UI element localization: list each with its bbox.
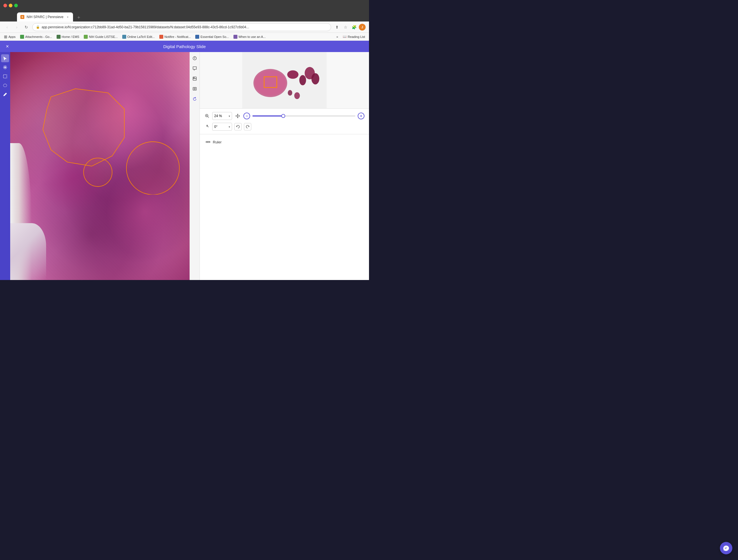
left-toolbar	[0, 52, 10, 280]
rotate-cw-button[interactable]	[244, 123, 251, 130]
bookmark-attachments-label: Attachments - Go...	[25, 35, 52, 38]
apps-grid-icon: ⊞	[4, 34, 7, 39]
forward-button[interactable]: ›	[13, 23, 20, 31]
zoom-value: 24 %	[214, 114, 222, 118]
svg-point-17	[288, 90, 292, 96]
right-panel-area: 24 % ▾ − +	[190, 52, 369, 280]
controls-area: 24 % ▾ − +	[200, 109, 369, 134]
zoom-dropdown-icon: ▾	[229, 114, 230, 118]
panel-toolbar	[190, 52, 200, 280]
draw-tool-button[interactable]	[1, 90, 9, 98]
ruler-label: Ruler	[213, 140, 222, 144]
app-title: Digital Pathology Slide	[163, 44, 206, 49]
svg-point-12	[287, 70, 299, 79]
bookmark-essential[interactable]: Essential Open So...	[194, 34, 230, 39]
bookmark-apps[interactable]: ⊞ Apps	[2, 34, 17, 40]
svg-rect-1	[3, 75, 7, 78]
right-content: 24 % ▾ − +	[200, 52, 369, 280]
active-tab[interactable]: S NIH SPARC | Pennsieve ×	[17, 12, 73, 21]
tab-close-button[interactable]: ×	[66, 15, 70, 19]
info-panel-button[interactable]	[191, 54, 199, 62]
minimize-window-button[interactable]	[9, 4, 12, 7]
bookmark-reading-list-label: Reading List	[348, 35, 365, 38]
bookmark-when-label: When to use an A...	[239, 35, 266, 38]
profile-avatar[interactable]: J	[359, 24, 366, 31]
share-button[interactable]: ⬆	[333, 23, 341, 31]
bookmark-nih[interactable]: NIH Guide LISTSE...	[82, 34, 119, 39]
essential-favicon	[195, 35, 199, 39]
lasso-tool-button[interactable]	[1, 81, 9, 89]
reading-list-icon: 📖	[343, 35, 347, 38]
zoom-slider[interactable]	[253, 115, 355, 116]
notifire-favicon	[159, 35, 163, 39]
rotation-control-row: 0° ▾	[204, 123, 364, 131]
attachments-favicon	[20, 35, 24, 39]
zoom-select[interactable]: 24 % ▾	[212, 112, 232, 120]
app-header: × Digital Pathology Slide	[0, 41, 369, 52]
move-tool-icon[interactable]	[234, 112, 241, 119]
rotation-value: 0°	[214, 125, 217, 129]
close-window-button[interactable]	[3, 4, 7, 7]
image-panel-button[interactable]	[191, 75, 199, 83]
svg-point-15	[312, 73, 320, 85]
tissue-white-area	[10, 223, 46, 280]
tools-list: Ruler	[200, 134, 369, 150]
when-favicon	[234, 35, 238, 39]
bookmark-reading-list[interactable]: 📖 Reading List	[341, 34, 367, 39]
app-close-button[interactable]: ×	[3, 42, 11, 50]
rotation-dropdown-icon: ▾	[229, 125, 230, 128]
refresh-button[interactable]: ↻	[23, 23, 30, 31]
bookmark-notifire-label: Notifire - Notificat...	[164, 35, 191, 38]
svg-point-11	[255, 70, 286, 96]
nih-favicon	[84, 35, 88, 39]
main-area: 24 % ▾ − +	[0, 52, 369, 280]
svg-point-16	[294, 92, 300, 99]
zoom-icon	[204, 113, 210, 119]
svg-rect-7	[193, 87, 197, 90]
bookmark-button[interactable]: ☆	[342, 23, 349, 31]
address-bar[interactable]: 🔒 app.pennsieve.io/N:organization:c712bb…	[32, 23, 331, 31]
rect-select-tool-button[interactable]	[1, 72, 9, 80]
rotate-ccw-button[interactable]	[234, 123, 242, 130]
zoom-out-button[interactable]: −	[243, 112, 250, 119]
app-container: × Digital Pathology Slide	[0, 41, 369, 280]
refresh-panel-button[interactable]	[191, 95, 199, 103]
comment-panel-button[interactable]	[191, 64, 199, 72]
zoom-in-button[interactable]: +	[358, 112, 364, 119]
bookmark-attachments[interactable]: Attachments - Go...	[18, 34, 54, 39]
zoom-control-row: 24 % ▾ − +	[204, 112, 364, 120]
rotation-icon	[204, 124, 210, 129]
rotation-select[interactable]: 0° ▾	[212, 123, 232, 131]
zoom-slider-thumb[interactable]	[281, 114, 285, 118]
tab-favicon: S	[20, 15, 24, 19]
title-bar	[0, 0, 369, 11]
ruler-tool-item[interactable]: Ruler	[204, 138, 364, 146]
bookmark-nih-label: NIH Guide LISTSE...	[89, 35, 117, 38]
url-text: app.pennsieve.io/N:organization:c712bb89…	[42, 25, 327, 29]
bookmark-latex-label: Online LaTeX Edit...	[127, 35, 155, 38]
bookmark-more-button[interactable]: »	[335, 34, 340, 39]
bookmark-notifire[interactable]: Notifire - Notificat...	[157, 34, 193, 39]
bookmark-when[interactable]: When to use an A...	[232, 34, 268, 39]
thumbnail-background	[200, 52, 369, 108]
extensions-button[interactable]: 🧩	[350, 23, 358, 31]
tab-bar: S NIH SPARC | Pennsieve × +	[0, 11, 369, 21]
pan-tool-button[interactable]	[1, 63, 9, 71]
screenshot-panel-button[interactable]	[191, 85, 199, 93]
new-tab-button[interactable]: +	[75, 14, 83, 21]
slide-viewer[interactable]	[10, 52, 190, 280]
bookmarks-bar: ⊞ Apps Attachments - Go... Home / EMS NI…	[0, 33, 369, 41]
maximize-window-button[interactable]	[14, 4, 18, 7]
home-ems-favicon	[57, 35, 61, 39]
zoom-slider-fill	[253, 115, 283, 116]
tab-title: NIH SPARC | Pennsieve	[27, 15, 63, 19]
select-tool-button[interactable]	[1, 54, 9, 62]
bookmark-apps-label: Apps	[8, 35, 16, 38]
svg-point-4	[195, 57, 195, 58]
back-button[interactable]: ‹	[3, 23, 11, 31]
traffic-lights	[3, 4, 18, 7]
nav-actions: ⬆ ☆ 🧩 J	[333, 23, 366, 31]
bookmark-home-ems-label: Home / EMS	[62, 35, 79, 38]
bookmark-latex[interactable]: Online LaTeX Edit...	[120, 34, 156, 39]
bookmark-home-ems[interactable]: Home / EMS	[55, 34, 81, 39]
